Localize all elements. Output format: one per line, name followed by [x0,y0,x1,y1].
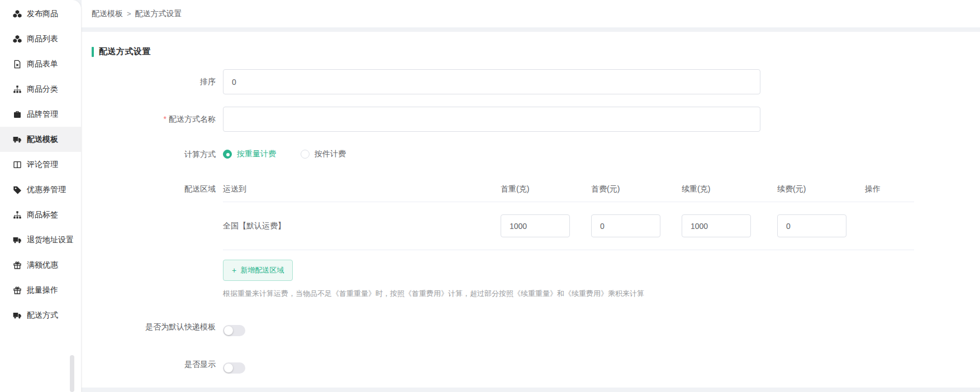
area-table-cell [501,214,591,237]
sidebar-item-12[interactable]: 配送方式 [0,303,81,328]
sidebar-item-label: 配送方式 [27,310,58,321]
area-table-cell [777,214,865,237]
sidebar-item-label: 退货地址设置 [27,235,74,245]
sort-label: 排序 [92,69,223,94]
truck-icon [13,236,22,245]
sort-row: 排序 [92,69,980,94]
delivery-area-table: 运送到首重(克)首费(元)续重(克)续费(元)操作 全国【默认运费】 [223,176,914,250]
calc-method-radio-0[interactable]: 按重量计费 [223,149,276,159]
default-template-toggle[interactable] [223,325,245,336]
delivery-name-input[interactable] [223,107,760,132]
sort-field-wrap [223,69,980,94]
toggle-knob [224,364,233,372]
breadcrumb-separator: > [127,9,131,18]
sidebar-item-1[interactable]: 商品列表 [0,26,81,51]
area-table-header-2: 首费(元) [591,184,682,194]
area-table-cell [682,214,777,237]
sidebar-scrollbar-thumb[interactable] [70,355,74,392]
delivery-area-table-body: 全国【默认运费】 [223,202,914,250]
app-root: 发布商品商品列表商品表单商品分类品牌管理配送模板评论管理优惠券管理商品标签退货地… [0,0,980,392]
sidebar-item-label: 品牌管理 [27,109,58,119]
sitemap-icon [13,85,22,94]
sidebar-item-label: 发布商品 [27,9,58,19]
radio-circle-icon [223,150,232,159]
area-table-cell [591,214,682,237]
delivery-area-table-header: 运送到首重(克)首费(元)续重(克)续费(元)操作 [223,176,914,202]
sidebar-item-label: 商品表单 [27,59,58,69]
area-table-header-1: 首重(克) [501,184,591,194]
calc-method-radio-1[interactable]: 按件计费 [301,149,346,159]
truck-icon [13,135,22,144]
truck-icon [13,311,22,320]
first-fee-input[interactable] [591,214,660,237]
sidebar-item-label: 满额优惠 [27,260,58,270]
sort-input[interactable] [223,69,760,94]
visible-field [223,356,980,374]
radio-label: 按件计费 [315,149,346,159]
breadcrumb-bar: 配送模板 > 配送方式设置 [82,0,980,27]
area-table-header-5: 操作 [865,184,914,194]
delivery-area-row: 配送区域 运送到首重(克)首费(元)续重(克)续费(元)操作 全国【默认运费】 … [92,176,980,299]
add-delivery-area-label: 新增配送区域 [240,265,284,275]
first-weight-input[interactable] [501,214,570,237]
file-icon [13,60,22,69]
sidebar-item-label: 商品列表 [27,34,58,44]
sidebar-item-3[interactable]: 商品分类 [0,77,81,102]
area-table-header-4: 续费(元) [777,184,865,194]
page-title: 配送方式设置 [99,46,151,57]
sidebar: 发布商品商品列表商品表单商品分类品牌管理配送模板评论管理优惠券管理商品标签退货地… [0,0,82,392]
visible-toggle[interactable] [223,362,245,374]
weight-calc-help-text: 根据重量来计算运费，当物品不足《首重重量》时，按照《首重费用》计算，超过部分按照… [223,289,980,299]
visible-row: 是否显示 [92,352,980,377]
name-field-wrap [223,107,980,132]
sidebar-item-label: 评论管理 [27,160,58,170]
calc-method-row: 计算方式 按重量计费按件计费 [92,149,980,160]
sidebar-item-0[interactable]: 发布商品 [0,1,81,26]
visible-label: 是否显示 [92,352,223,377]
required-asterisk: * [164,114,166,123]
add-delivery-area-button[interactable]: + 新增配送区域 [223,260,293,281]
default-template-label: 是否为默认快递模板 [92,314,223,340]
sidebar-item-label: 商品标签 [27,210,58,220]
toggle-knob [224,326,233,335]
cubes-icon [13,9,22,18]
main-column: 配送模板 > 配送方式设置 配送方式设置 排序 *配送方式名称 [82,0,980,392]
gift-icon [13,286,22,295]
sidebar-item-6[interactable]: 评论管理 [0,152,81,177]
name-row: *配送方式名称 [92,107,980,132]
breadcrumb-parent[interactable]: 配送模板 [92,9,123,19]
sidebar-item-10[interactable]: 满额优惠 [0,252,81,278]
default-template-field [223,318,980,336]
radio-circle-icon [301,150,310,159]
delivery-area-label: 配送区域 [92,176,223,299]
name-label: *配送方式名称 [92,107,223,132]
sidebar-item-label: 商品分类 [27,84,58,94]
area-table-header-0: 运送到 [223,184,501,194]
sidebar-item-8[interactable]: 商品标签 [0,202,81,227]
title-accent-bar [92,47,94,57]
sidebar-item-7[interactable]: 优惠券管理 [0,177,81,202]
cubes-icon [13,35,22,44]
next-fee-input[interactable] [777,214,846,237]
page-title-row: 配送方式设置 [92,46,980,57]
sidebar-item-4[interactable]: 品牌管理 [0,102,81,127]
next-weight-input[interactable] [682,214,751,237]
sidebar-item-9[interactable]: 退货地址设置 [0,227,81,252]
area-table-header-3: 续重(克) [682,184,777,194]
default-template-row: 是否为默认快递模板 [92,314,980,340]
sidebar-item-11[interactable]: 批量操作 [0,278,81,303]
sidebar-item-label: 优惠券管理 [27,185,66,195]
area-table-row: 全国【默认运费】 [223,202,914,250]
gift-icon [13,261,22,270]
sidebar-item-2[interactable]: 商品表单 [0,51,81,77]
sitemap-icon [13,211,22,219]
sidebar-menu: 发布商品商品列表商品表单商品分类品牌管理配送模板评论管理优惠券管理商品标签退货地… [0,1,81,328]
tag-icon [13,185,22,194]
sidebar-item-5[interactable]: 配送模板 [0,127,81,152]
area-destination: 全国【默认运费】 [223,221,501,231]
delivery-method-form: 排序 *配送方式名称 计算方式 按重量计费按件计费 配送区域 [92,69,980,377]
columns-icon [13,160,22,169]
delivery-area-block: 运送到首重(克)首费(元)续重(克)续费(元)操作 全国【默认运费】 + 新增配… [223,176,980,299]
sidebar-item-label: 配送模板 [27,135,58,145]
plus-icon: + [232,266,236,275]
